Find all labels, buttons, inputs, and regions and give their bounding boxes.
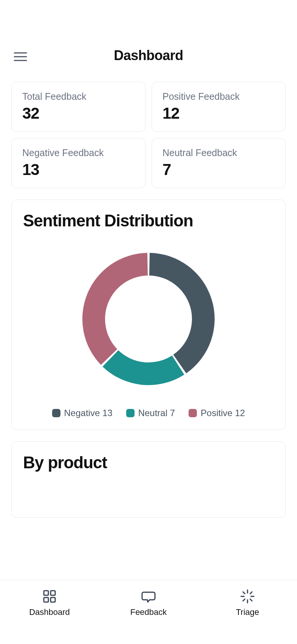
hamburger-icon: [14, 51, 27, 62]
svg-rect-4: [51, 591, 55, 595]
legend-item-positive: Positive 12: [189, 408, 245, 418]
sentiment-panel-title: Sentiment Distribution: [23, 211, 274, 230]
stat-card-negative: Negative Feedback 13: [11, 138, 145, 188]
stats-grid: Total Feedback 32 Positive Feedback 12 N…: [11, 82, 286, 188]
stat-label: Negative Feedback: [22, 147, 135, 158]
donut-slice: [102, 350, 184, 385]
tab-dashboard[interactable]: Dashboard: [0, 588, 99, 617]
stat-value: 12: [162, 104, 275, 122]
stat-value: 13: [22, 161, 135, 179]
dashboard-icon: [42, 588, 57, 604]
legend-swatch: [189, 409, 197, 417]
donut-chart-wrap: [23, 230, 274, 400]
legend-swatch: [126, 409, 135, 417]
spinner-icon: [240, 588, 255, 604]
svg-line-12: [250, 599, 252, 601]
legend-item-negative: Negative 13: [52, 408, 113, 418]
app-header: Dashboard: [0, 0, 297, 76]
bottom-tab-bar: Dashboard Feedback Triage: [0, 580, 297, 644]
menu-button[interactable]: [13, 49, 28, 64]
svg-line-14: [250, 592, 252, 594]
stat-card-total: Total Feedback 32: [11, 82, 145, 132]
comment-icon: [141, 588, 156, 604]
legend-text: Neutral 7: [138, 408, 175, 418]
svg-line-11: [243, 592, 245, 594]
by-product-panel: By product: [11, 441, 286, 518]
donut-slice: [149, 253, 215, 373]
page-title: Dashboard: [114, 48, 183, 63]
donut-chart: [82, 253, 215, 385]
stat-card-positive: Positive Feedback 12: [152, 82, 286, 132]
legend-item-neutral: Neutral 7: [126, 408, 175, 418]
tab-feedback[interactable]: Feedback: [99, 588, 198, 617]
by-product-title: By product: [23, 453, 274, 472]
svg-rect-5: [44, 598, 48, 602]
stat-value: 32: [22, 104, 135, 122]
svg-line-13: [243, 599, 245, 601]
tab-label: Feedback: [130, 607, 167, 617]
stat-label: Neutral Feedback: [162, 147, 275, 158]
tab-label: Triage: [236, 607, 259, 617]
svg-rect-3: [44, 591, 48, 595]
stat-label: Positive Feedback: [162, 91, 275, 102]
svg-rect-6: [51, 598, 55, 602]
chart-legend: Negative 13 Neutral 7 Positive 12: [23, 400, 274, 418]
legend-text: Positive 12: [201, 408, 245, 418]
tab-label: Dashboard: [29, 607, 70, 617]
legend-text: Negative 13: [64, 408, 113, 418]
stat-card-neutral: Neutral Feedback 7: [152, 138, 286, 188]
stat-label: Total Feedback: [22, 91, 135, 102]
legend-swatch: [52, 409, 60, 417]
donut-slice: [82, 253, 148, 365]
sentiment-panel: Sentiment Distribution Negative 13 Neutr…: [11, 200, 286, 430]
tab-triage[interactable]: Triage: [198, 588, 297, 617]
stat-value: 7: [162, 161, 275, 179]
